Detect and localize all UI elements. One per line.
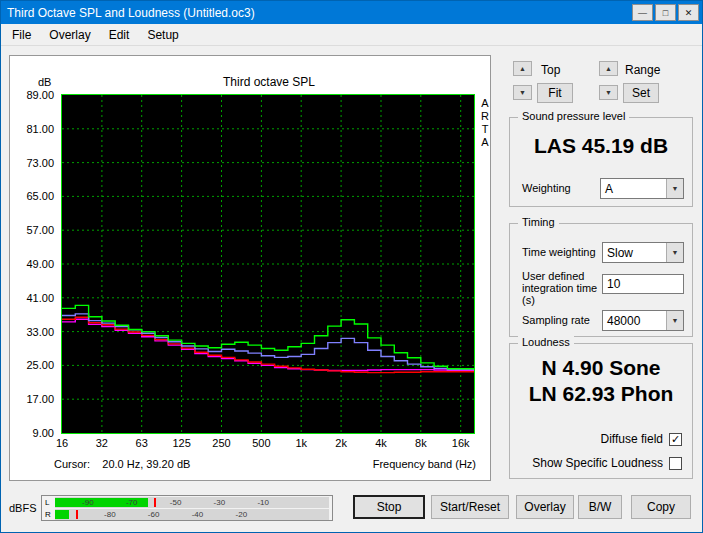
- title-bar[interactable]: Third Octave SPL and Loudness (Untitled.…: [1, 1, 702, 24]
- meter-scale-label: -10: [257, 498, 269, 507]
- meter-scale: -90-70-50-30-10: [55, 497, 329, 508]
- meter-scale-label: -30: [214, 498, 226, 507]
- copy-button[interactable]: Copy: [631, 495, 691, 519]
- sampling-rate-label: Sampling rate: [522, 314, 590, 326]
- phon-value: LN 62.93 Phon: [510, 382, 692, 406]
- meter-fill: [55, 510, 69, 519]
- close-button[interactable]: ✕: [678, 4, 699, 21]
- diffuse-field-checkbox[interactable]: ✓: [669, 433, 682, 446]
- timing-group: Timing Time weighting Slow ▼ User define…: [509, 223, 693, 337]
- diffuse-field-row[interactable]: Diffuse field ✓: [601, 432, 682, 446]
- start-reset-button[interactable]: Start/Reset: [431, 495, 509, 519]
- maximize-icon: □: [663, 8, 668, 18]
- spl-value: LAS 45.19 dB: [510, 134, 692, 158]
- arta-watermark: ARTA: [478, 97, 492, 149]
- arrow-up-icon: ▲: [519, 65, 526, 72]
- app-window: Third Octave SPL and Loudness (Untitled.…: [0, 0, 703, 533]
- spl-group: Sound pressure level LAS 45.19 dB Weight…: [509, 117, 693, 207]
- sampling-rate-dropdown-button[interactable]: ▼: [666, 311, 683, 330]
- sone-value: N 4.90 Sone: [510, 356, 692, 380]
- overlay-button[interactable]: Overlay: [516, 495, 574, 519]
- menu-edit[interactable]: Edit: [100, 25, 139, 45]
- maximize-button[interactable]: □: [655, 4, 676, 21]
- meter-channel-label: R: [45, 510, 51, 519]
- y-tick-label: 57.00: [26, 224, 54, 236]
- y-tick-label: 73.00: [26, 157, 54, 169]
- x-tick-label: 32: [96, 437, 108, 449]
- x-axis-labels: 1632631252505001k2k4k8k16k: [62, 437, 474, 451]
- sampling-rate-select[interactable]: 48000 ▼: [602, 310, 684, 331]
- y-tick-label: 41.00: [26, 292, 54, 304]
- range-increase-button[interactable]: ▲: [599, 61, 618, 76]
- y-tick-label: 33.00: [26, 326, 54, 338]
- x-tick-label: 2k: [335, 437, 347, 449]
- meter-peak: [154, 498, 156, 507]
- meter-scale-label: -60: [148, 510, 160, 519]
- y-tick-label: 81.00: [26, 123, 54, 135]
- weighting-dropdown-button[interactable]: ▼: [666, 179, 683, 198]
- meter-scale-label: -70: [126, 498, 138, 507]
- meter-scale-label: -90: [82, 498, 94, 507]
- weighting-select[interactable]: A ▼: [600, 178, 684, 199]
- bw-button[interactable]: B/W: [578, 495, 622, 519]
- y-tick-label: 89.00: [26, 89, 54, 101]
- meter-row: R -80-60-40-20: [44, 509, 330, 520]
- top-label: Top: [541, 63, 560, 77]
- x-tick-label: 250: [212, 437, 230, 449]
- minimize-button[interactable]: —: [632, 4, 653, 21]
- menu-bar: File Overlay Edit Setup: [1, 24, 702, 46]
- y-tick-label: 17.00: [26, 393, 54, 405]
- stop-button[interactable]: Stop: [353, 495, 425, 519]
- meter-scale: -80-60-40-20: [55, 509, 329, 520]
- close-icon: ✕: [685, 8, 693, 18]
- meter-scale-label: -20: [236, 510, 248, 519]
- y-axis-labels: 89.0081.0073.0065.0057.0049.0041.0033.00…: [10, 95, 57, 433]
- fit-button[interactable]: Fit: [537, 83, 573, 103]
- y-tick-label: 25.00: [26, 359, 54, 371]
- time-weighting-value: Slow: [603, 246, 666, 260]
- window-title: Third Octave SPL and Loudness (Untitled.…: [7, 6, 255, 20]
- minimize-icon: —: [638, 8, 647, 18]
- weighting-value: A: [601, 182, 666, 196]
- specific-loudness-label: Show Specific Loudness: [532, 456, 663, 470]
- x-tick-label: 8k: [415, 437, 427, 449]
- arrow-up-icon: ▲: [605, 65, 612, 72]
- cursor-readout: Cursor: 20.0 Hz, 39.20 dB: [54, 458, 190, 470]
- weighting-label: Weighting: [522, 182, 571, 194]
- plot-area[interactable]: [61, 94, 475, 434]
- x-tick-label: 16k: [452, 437, 470, 449]
- top-decrease-button[interactable]: ▼: [513, 85, 532, 100]
- timing-group-label: Timing: [518, 216, 559, 228]
- diffuse-field-label: Diffuse field: [601, 432, 663, 446]
- specific-loudness-checkbox[interactable]: [669, 457, 682, 470]
- y-tick-label: 65.00: [26, 190, 54, 202]
- loudness-group: Loudness N 4.90 Sone LN 62.93 Phon Diffu…: [509, 343, 693, 479]
- window-controls: — □ ✕: [632, 4, 699, 21]
- specific-loudness-row[interactable]: Show Specific Loudness: [532, 456, 682, 470]
- y-axis-unit: dB: [38, 76, 51, 88]
- meter-peak: [76, 510, 78, 519]
- menu-overlay[interactable]: Overlay: [40, 25, 99, 45]
- time-weighting-dropdown-button[interactable]: ▼: [666, 243, 683, 262]
- range-decrease-button[interactable]: ▼: [599, 85, 618, 100]
- time-weighting-label: Time weighting: [522, 246, 596, 258]
- time-weighting-select[interactable]: Slow ▼: [602, 242, 684, 263]
- menu-setup[interactable]: Setup: [138, 25, 187, 45]
- y-tick-label: 49.00: [26, 258, 54, 270]
- integration-time-label: User defined integration time (s): [522, 270, 602, 306]
- chevron-down-icon: ▼: [672, 185, 679, 192]
- set-button[interactable]: Set: [623, 83, 659, 103]
- integration-time-input[interactable]: [602, 274, 684, 294]
- sampling-rate-value: 48000: [603, 314, 666, 328]
- x-tick-label: 1k: [295, 437, 307, 449]
- chart-title: Third octave SPL: [62, 75, 476, 89]
- arrow-down-icon: ▼: [519, 89, 526, 96]
- spl-group-label: Sound pressure level: [518, 110, 629, 122]
- meter-channel-label: L: [45, 498, 49, 507]
- chevron-down-icon: ▼: [672, 317, 679, 324]
- level-meter: L -90-70-50-30-10 R -80-60-40-20: [41, 495, 333, 521]
- menu-file[interactable]: File: [3, 25, 40, 45]
- meter-scale-label: -80: [104, 510, 116, 519]
- top-increase-button[interactable]: ▲: [513, 61, 532, 76]
- x-tick-label: 16: [56, 437, 68, 449]
